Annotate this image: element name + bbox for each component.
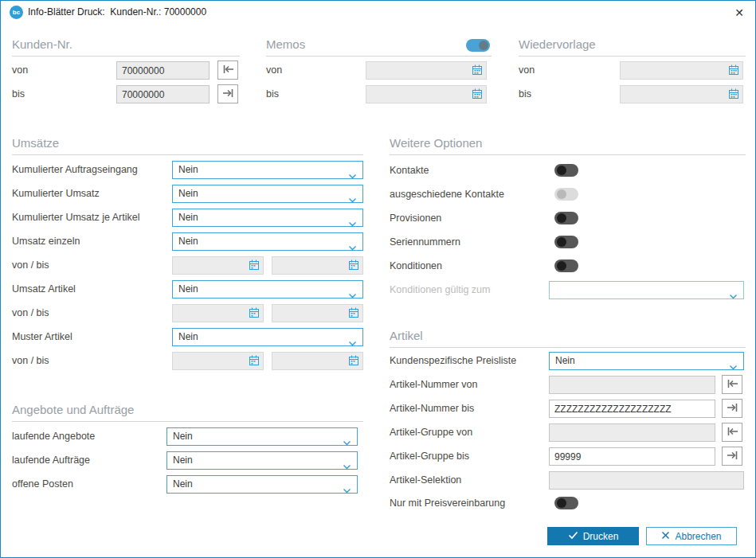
wiedervorlage-von-date-input[interactable] [620,61,743,80]
kunden-nr-bis-label: bis [12,85,25,103]
artikel-gruppe-bis-max-button[interactable] [722,447,742,466]
toggle-knob [557,237,566,247]
provisionen-toggle[interactable] [554,212,578,224]
arrow-bar-left-icon [222,63,234,77]
umsatz-einzeln-dropdown[interactable]: Nein [172,232,363,251]
nur-mit-preisvereinbarung-toggle[interactable] [554,497,578,509]
kundenspezifische-preisliste-dropdown[interactable]: Nein [549,352,744,370]
artikel-nummer-von-min-button[interactable] [722,375,742,394]
memos-toggle[interactable] [466,39,490,52]
umsaetze-row-label: von / bis [12,304,49,322]
kunden-nr-bis-max-button[interactable] [217,84,238,103]
laufende-angebote-dropdown[interactable]: Nein [166,427,358,446]
nur-mit-preisvereinbarung-label: Nur mit Preisvereinbarung [390,494,505,513]
abbrechen-button[interactable]: Abbrechen [646,527,737,545]
dropdown-value: Nein [173,478,193,490]
calendar-icon[interactable] [348,259,359,274]
memos-bis-label: bis [266,85,279,103]
konditionen-label: Konditionen [390,257,442,275]
section-header-wiedervorlage: Wiedervorlage [519,37,746,57]
umsatz-einzeln-bis-date-input[interactable] [272,256,363,275]
umsaetze-row-label: Umsatz Artikel [12,280,76,299]
arrow-bar-right-icon [727,401,738,416]
drucken-button[interactable]: Drucken [547,527,639,545]
dropdown-value: Nein [173,455,193,466]
calendar-icon[interactable] [348,307,359,322]
dropdown-value: Nein [178,212,198,223]
calendar-icon[interactable] [249,259,260,274]
chevron-down-icon [729,359,738,376]
chevron-down-icon [348,287,357,304]
calendar-icon[interactable] [472,64,483,79]
calendar-icon[interactable] [728,88,739,103]
dropdown-value: Nein [178,331,198,342]
ausgeschiedene-kontakte-label: ausgeschiedene Kontakte [390,185,504,204]
muster-artikel-dropdown[interactable]: Nein [172,328,363,346]
muster-artikel-von-date-input[interactable] [172,352,264,370]
abbrechen-button-label: Abbrechen [675,531,721,542]
kunden-nr-bis-input[interactable] [116,85,210,103]
umsatz-artikel-von-date-input[interactable] [172,304,264,322]
memos-von-date-input[interactable] [366,61,487,80]
chevron-down-icon [348,192,357,209]
chevron-down-icon [343,482,351,499]
muster-artikel-bis-date-input[interactable] [272,352,363,370]
wiedervorlage-bis-label: bis [519,85,531,103]
memos-bis-date-input[interactable] [366,85,487,103]
calendar-icon[interactable] [249,355,260,369]
dropdown-value: Nein [178,188,198,199]
toggle-knob [557,189,566,199]
close-icon[interactable]: ✕ [733,6,746,19]
toggle-knob [557,498,566,508]
calendar-icon[interactable] [348,355,359,369]
calendar-icon[interactable] [472,88,483,103]
kumulierter-auftragseingang-dropdown[interactable]: Nein [172,161,363,179]
chevron-down-icon [348,168,357,185]
kontakte-toggle[interactable] [554,164,578,177]
kunden-nr-von-input[interactable] [116,61,210,80]
kontakte-label: Kontakte [390,162,429,180]
laufende-auftraege-dropdown[interactable]: Nein [166,451,358,470]
artikel-gruppe-von-min-button[interactable] [722,423,742,442]
angebote-row-label: laufende Angebote [12,427,95,446]
artikel-selektion-input[interactable] [549,471,744,490]
dropdown-value: Nein [178,164,198,175]
chevron-down-icon [343,458,351,475]
umsatz-einzeln-von-date-input[interactable] [172,256,264,275]
seriennummern-label: Seriennummern [390,233,460,252]
kunden-nr-von-min-button[interactable] [217,60,238,80]
artikel-nummer-von-input[interactable] [549,376,715,394]
umsaetze-row-label: Kumulierter Umsatz [12,185,100,203]
umsaetze-row-label: Kumulierter Umsatz je Artikel [12,209,139,227]
toggle-knob [557,213,566,223]
arrow-bar-right-icon [222,87,234,101]
dropdown-value: Nein [178,236,198,247]
umsatz-artikel-dropdown[interactable]: Nein [172,280,363,299]
konditionen-gueltig-zum-dropdown [549,281,744,299]
umsatz-artikel-bis-date-input[interactable] [272,304,363,322]
artikel-gruppe-von-input[interactable] [549,423,715,442]
dropdown-value: Nein [173,431,193,442]
konditionen-gueltig-zum-label: Konditionen gültig zum [390,281,490,299]
calendar-icon[interactable] [728,64,739,79]
seriennummern-toggle[interactable] [554,236,578,248]
offene-posten-dropdown[interactable]: Nein [166,475,358,494]
chevron-down-icon [348,335,357,352]
x-icon [661,531,670,542]
kumulierter-umsatz-je-artikel-dropdown[interactable]: Nein [172,209,363,227]
umsaetze-row-label: von / bis [12,352,49,370]
konditionen-toggle[interactable] [554,259,578,272]
calendar-icon[interactable] [249,307,260,322]
artikel-nummer-bis-max-button[interactable] [722,399,742,418]
kumulierter-umsatz-dropdown[interactable]: Nein [172,185,363,203]
check-icon [568,531,578,542]
wiedervorlage-bis-date-input[interactable] [620,85,743,103]
umsaetze-row-label: Muster Artikel [12,328,72,346]
ausgeschiedene-kontakte-toggle [554,188,578,201]
info-blaetter-druck-dialog: bc Info-Blätter Druck: Kunden-Nr.: 70000… [0,0,756,558]
artikel-gruppe-bis-input[interactable] [549,447,715,466]
section-header-umsaetze: Umsätze [12,136,363,155]
toggle-knob [479,41,488,50]
artikel-nummer-bis-input[interactable] [549,400,715,418]
umsaetze-row-label: Kumulierter Auftragseingang [12,161,138,179]
